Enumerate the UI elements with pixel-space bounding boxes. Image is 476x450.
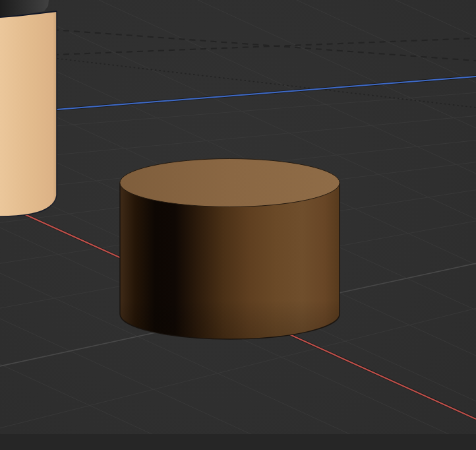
relationship-lines xyxy=(53,30,476,108)
viewport-canvas[interactable] xyxy=(0,0,476,450)
viewport[interactable] xyxy=(0,0,476,450)
brown-cylinder-top-face[interactable] xyxy=(120,159,340,207)
tan-cylinder-object[interactable] xyxy=(0,11,57,216)
brown-cylinder-object[interactable] xyxy=(120,159,340,340)
bottom-band xyxy=(0,434,476,450)
